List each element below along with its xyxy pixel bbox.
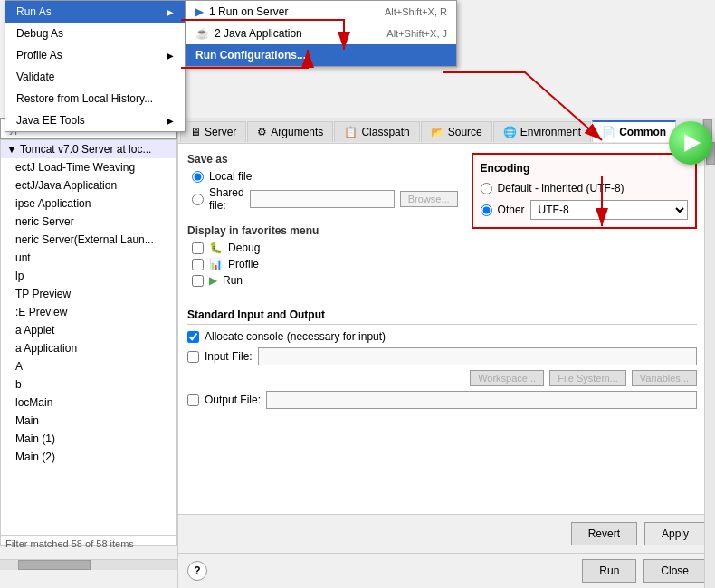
args-tab-icon: ⚙ — [257, 126, 267, 138]
encoding-other-radio[interactable] — [481, 204, 492, 216]
tab-arguments[interactable]: ⚙ Arguments — [247, 121, 333, 142]
tab-classpath[interactable]: 📋 Classpath — [334, 121, 419, 142]
output-file-row: Output File: — [187, 391, 697, 409]
arrow-icon: ▶ — [167, 7, 174, 17]
source-tab-icon: 📂 — [431, 126, 444, 138]
list-item[interactable]: ectJ/Java Application — [1, 176, 176, 194]
filter-status: Filter matched 58 of 58 items — [0, 535, 177, 552]
encoding-default-radio[interactable] — [481, 183, 492, 194]
run-icon: ▶ — [209, 274, 217, 287]
tree-item-tomcat[interactable]: ▼ Tomcat v7.0 Server at loc... — [1, 140, 176, 158]
input-file-row: Input File: — [187, 347, 697, 365]
submenu-run-configurations[interactable]: Run Configurations... — [186, 44, 456, 66]
output-file-checkbox[interactable] — [187, 394, 199, 406]
shared-file-input[interactable] — [250, 190, 395, 208]
input-file-label: Input File: — [205, 350, 253, 363]
list-item[interactable]: neric Server — [1, 213, 176, 231]
input-file-checkbox[interactable] — [187, 351, 199, 363]
save-as-options: Local file Shared file: Browse... — [187, 170, 458, 212]
encoding-options: Default - inherited (UTF-8) Other UTF-8 … — [481, 182, 688, 220]
input-file-input[interactable] — [258, 347, 697, 365]
local-file-row: Local file — [192, 170, 458, 183]
list-item[interactable]: Main (2) — [1, 448, 176, 466]
left-panel: ▼ Tomcat v7.0 Server at loc... ectJ Load… — [0, 118, 178, 588]
vertical-scrollbar[interactable] — [704, 141, 715, 588]
tab-source[interactable]: 📂 Source — [421, 121, 492, 142]
list-item[interactable]: Main — [1, 412, 176, 430]
tree-list: ▼ Tomcat v7.0 Server at loc... ectJ Load… — [0, 139, 177, 546]
workspace-button[interactable]: Workspace... — [470, 370, 544, 386]
run-label: Run — [223, 274, 243, 287]
list-item[interactable]: neric Server(External Laun... — [1, 231, 176, 249]
run-button[interactable]: Run — [582, 559, 636, 583]
tab-environment[interactable]: 🌐 Environment — [493, 121, 591, 142]
shared-file-label: Shared file: — [209, 186, 244, 212]
browse-button[interactable]: Browse... — [400, 191, 458, 207]
list-item[interactable]: :E Preview — [1, 303, 176, 321]
right-panel: 🖥 Server ⚙ Arguments 📋 Classpath 📂 Sourc… — [178, 118, 715, 588]
left-column: Save as Local file Shared file: — [187, 153, 458, 299]
run-checkbox[interactable] — [192, 275, 204, 287]
list-item[interactable]: unt — [1, 249, 176, 267]
play-icon — [684, 134, 701, 152]
profile-icon: 📊 — [209, 258, 223, 270]
local-file-radio[interactable] — [192, 171, 204, 183]
server-icon: ▶ — [195, 5, 204, 18]
allocate-console-checkbox[interactable] — [187, 331, 199, 343]
revert-button[interactable]: Revert — [571, 522, 637, 545]
list-item[interactable]: b — [1, 375, 176, 394]
tab-server[interactable]: 🖥 Server — [180, 121, 246, 142]
profile-row: 📊 Profile — [192, 258, 458, 270]
classpath-tab-icon: 📋 — [344, 126, 358, 138]
list-item[interactable]: ectJ Load-Time Weaving — [1, 158, 176, 176]
profile-checkbox[interactable] — [192, 259, 204, 270]
list-item[interactable]: ipse Application — [1, 194, 176, 213]
input-buttons-row: Workspace... File System... Variables... — [187, 370, 697, 386]
favorites-options: 🐛 Debug 📊 Profile ▶ — [187, 242, 458, 287]
submenu-java-application[interactable]: ☕ 2 Java Application Alt+Shift+X, J — [186, 23, 456, 44]
list-item[interactable]: Main (1) — [1, 430, 176, 448]
config-dialog: ▼ Tomcat v7.0 Server at loc... ectJ Load… — [0, 118, 715, 588]
output-file-label: Output File: — [205, 394, 261, 406]
horizontal-scrollbar[interactable] — [0, 559, 177, 570]
list-item[interactable]: a Application — [1, 339, 176, 357]
list-item[interactable]: TP Preview — [1, 285, 176, 303]
menu-item-javaee[interactable]: Java EE Tools ▶ — [5, 109, 185, 131]
file-system-button[interactable]: File System... — [549, 370, 626, 386]
apply-button[interactable]: Apply — [644, 522, 706, 545]
menu-item-runas[interactable]: Run As ▶ — [5, 1, 185, 23]
list-item[interactable]: a Applet — [1, 321, 176, 339]
help-button[interactable]: ? — [187, 561, 207, 581]
variables-button[interactable]: Variables... — [632, 370, 697, 386]
shared-file-radio[interactable] — [192, 194, 204, 205]
encoding-title: Encoding — [481, 162, 688, 175]
encoding-select[interactable]: UTF-8 UTF-16 ISO-8859-1 US-ASCII — [530, 200, 688, 220]
submenu-run-on-server[interactable]: ▶ 1 Run on Server Alt+Shift+X, R — [186, 1, 456, 23]
arrow-icon-profile: ▶ — [167, 51, 174, 61]
tab-common[interactable]: 📄 Common — [592, 120, 676, 142]
list-item[interactable]: locMain — [1, 394, 176, 412]
menu-item-validate[interactable]: Validate — [5, 66, 185, 88]
allocate-console-row: Allocate console (necessary for input) — [187, 330, 697, 343]
list-item[interactable]: lp — [1, 267, 176, 285]
encoding-default-row: Default - inherited (UTF-8) — [481, 182, 688, 194]
menu-item-restore[interactable]: Restore from Local History... — [5, 88, 185, 109]
env-tab-icon: 🌐 — [503, 126, 517, 138]
play-circle[interactable] — [669, 121, 712, 165]
menu-item-debugas[interactable]: Debug As — [5, 23, 185, 44]
save-as-label: Save as — [187, 153, 458, 166]
bottom-action-bar: Revert Apply — [178, 514, 715, 553]
scrollbar-thumb[interactable] — [18, 560, 91, 570]
debug-icon: 🐛 — [209, 242, 223, 254]
runas-menu: Run As ▶ Debug As Profile As ▶ Validate … — [5, 0, 186, 132]
list-item[interactable]: A — [1, 357, 176, 375]
output-file-input[interactable] — [266, 391, 697, 409]
debug-checkbox[interactable] — [192, 242, 204, 254]
encoding-other-label: Other — [498, 204, 525, 216]
close-button[interactable]: Close — [644, 559, 706, 583]
java-icon: ☕ — [195, 27, 209, 40]
content-area: Save as Local file Shared file: — [178, 144, 715, 514]
two-column-layout: Save as Local file Shared file: — [187, 153, 697, 299]
menu-item-profileas[interactable]: Profile As ▶ — [5, 44, 185, 66]
runas-submenu: ▶ 1 Run on Server Alt+Shift+X, R ☕ 2 Jav… — [186, 0, 457, 67]
